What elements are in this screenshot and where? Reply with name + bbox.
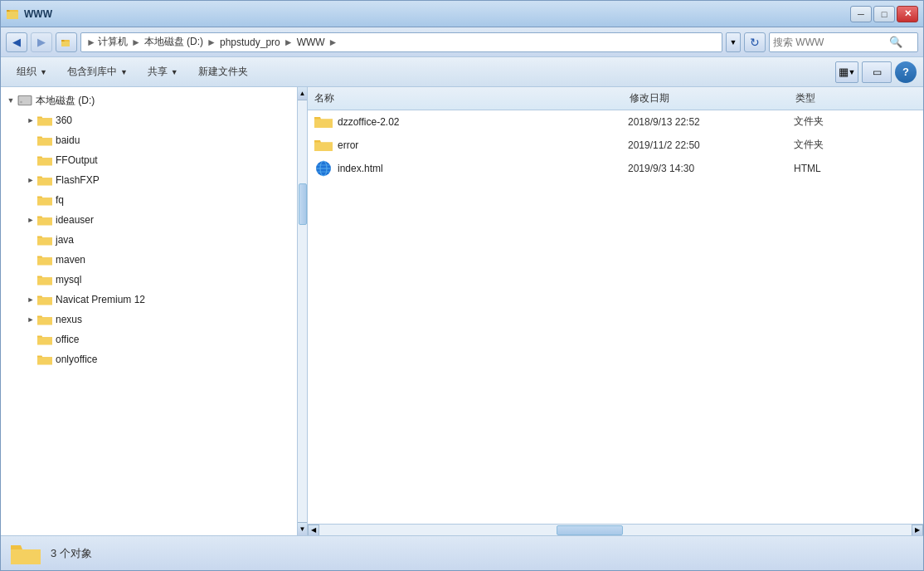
forward-button[interactable]: ▶ [31,32,52,52]
scroll-thumb[interactable] [299,183,307,225]
tree-panel: ▼ 本地磁盘 (D:) ► [1,87,308,535]
path-arrow-icon: ► [86,37,96,48]
column-date: 修改日期 [630,91,795,105]
folder-icon [37,154,52,167]
file-row-error[interactable]: error 2019/11/2 22:50 文件夹 [308,134,923,157]
organize-arrow-icon: ▼ [40,68,47,76]
folder-icon [314,136,333,154]
tree-item-label: mysql [56,274,81,286]
include-library-arrow-icon: ▼ [120,68,128,76]
tree-item-mysql[interactable]: ► mysql [1,270,307,290]
drive-svg [17,94,32,107]
folder-icon [37,353,52,366]
tree-item-ffoutput[interactable]: ► FFOutput [1,150,307,170]
tree-item-label: onlyoffice [56,354,97,365]
preview-pane-button[interactable]: ▭ [862,61,892,83]
folder-icon [37,333,52,346]
view-options-button[interactable]: ▦ ▼ [835,61,858,83]
tree-item-maven[interactable]: ► maven [1,250,307,270]
back-button[interactable]: ◀ [6,32,27,52]
window-title: WWW [24,8,52,20]
new-folder-button[interactable]: 新建文件夹 [189,61,257,84]
share-label: 共享 [148,65,168,79]
expand-arrow-icon: ▼ [4,94,17,107]
file-header: 名称 修改日期 类型 [308,87,923,110]
file-type: HTML [794,163,917,174]
up-icon [61,37,72,48]
path-computer: 计算机 [98,35,128,49]
tree-item-flashfxp[interactable]: ► FlashFXP [1,170,307,190]
organize-label: 组织 [17,65,36,79]
address-dropdown[interactable]: ▼ [726,32,741,52]
help-button[interactable]: ? [895,61,917,83]
file-type: 文件夹 [794,115,917,129]
expand-arrow-icon: ► [24,213,37,227]
tree-item-label: baidu [56,134,80,146]
tree-item-baidu[interactable]: ► baidu [1,130,307,150]
tree-item-label: office [56,334,79,345]
view-arrow-icon: ▼ [849,68,856,76]
folder-icon [37,293,52,306]
tree-item-label: java [56,234,74,246]
folder-icon [37,193,52,207]
h-scroll-left-button[interactable]: ◀ [308,525,319,536]
file-date: 2019/11/2 22:50 [628,139,794,151]
expand-arrow-icon: ► [24,313,37,326]
html-file-icon [314,159,333,178]
share-arrow-icon: ▼ [171,68,178,76]
h-scroll-thumb[interactable] [557,525,623,535]
tree-scrollbar: ▲ ▼ [297,87,307,535]
file-date: 2018/9/13 22:52 [628,116,794,128]
svg-rect-1 [7,12,18,19]
search-input[interactable] [773,37,889,48]
tree-item-ideauser[interactable]: ► ideauser [1,210,307,230]
status-bar: 3 个对象 [1,535,923,570]
scroll-track [298,100,307,522]
search-icon[interactable]: 🔍 [889,36,902,48]
folder-icon [37,313,52,326]
tree-item-root[interactable]: ▼ 本地磁盘 (D:) [1,90,307,110]
svg-rect-3 [61,41,70,46]
close-button[interactable]: ✕ [897,6,918,22]
address-bar: ◀ ▶ ► 计算机 ► 本地磁盘 (D:) ► phpstudy_pro ► W… [1,27,923,57]
folder-icon [37,273,52,286]
file-name: dzzoffice-2.02 [338,116,628,128]
tree-item-360[interactable]: ► 360 [1,110,307,130]
expand-arrow-icon: ► [24,173,37,187]
tree-item-label: maven [56,254,85,266]
drive-icon [17,94,32,107]
address-path[interactable]: ► 计算机 ► 本地磁盘 (D:) ► phpstudy_pro ► WWW ► [80,32,722,52]
path-www: WWW [297,37,325,48]
tree-item-navicat[interactable]: ► Navicat Premium 12 [1,290,307,310]
h-scroll-right-button[interactable]: ▶ [912,525,923,536]
scroll-up-button[interactable]: ▲ [298,87,307,100]
refresh-button[interactable]: ↻ [744,32,766,52]
folder-icon [37,233,52,246]
tree-root-label: 本地磁盘 (D:) [36,94,95,108]
include-library-button[interactable]: 包含到库中 ▼ [58,61,137,84]
main-area: ▼ 本地磁盘 (D:) ► [1,87,923,535]
folder-icon [37,173,52,187]
share-button[interactable]: 共享 ▼ [139,61,187,84]
maximize-button[interactable]: □ [873,6,895,22]
tree-item-office[interactable]: ► office [1,329,307,349]
file-row-dzzoffice[interactable]: dzzoffice-2.02 2018/9/13 22:52 文件夹 [308,110,923,134]
tree-item-java[interactable]: ► java [1,230,307,250]
tree-item-label: FFOutput [56,154,98,166]
organize-button[interactable]: 组织 ▼ [7,61,56,84]
path-drive: 本地磁盘 (D:) [144,35,203,49]
tree-item-label: Navicat Premium 12 [56,294,145,305]
minimize-button[interactable]: ─ [850,6,872,22]
expand-arrow-icon: ► [24,293,37,306]
up-button[interactable] [56,32,77,52]
tree-item-label: ideauser [56,214,94,226]
tree-item-onlyoffice[interactable]: ► onlyoffice [1,349,307,369]
tree-item-label: fq [56,194,64,206]
scroll-down-button[interactable]: ▼ [298,522,307,535]
explorer-window: WWW ─ □ ✕ ◀ ▶ ► 计算机 ► 本地磁盘 (D:) ► phps [0,0,924,571]
tree-item-nexus[interactable]: ► nexus [1,310,307,329]
preview-icon: ▭ [873,66,882,78]
tree-item-fq[interactable]: ► fq [1,190,307,210]
file-row-index[interactable]: index.html 2019/9/3 14:30 HTML [308,157,923,180]
tree-item-label: 360 [56,115,72,126]
